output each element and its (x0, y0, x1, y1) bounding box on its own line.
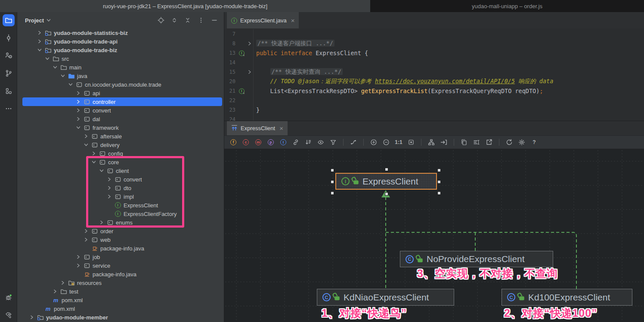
tree-row-aftersale[interactable]: aftersale (17, 132, 224, 141)
tree-row-yudao-module-member[interactable]: yudao-module-member (17, 313, 224, 322)
chevron-right-icon[interactable] (91, 150, 97, 156)
selection-handle[interactable] (331, 180, 334, 184)
activity-structure-icon[interactable] (3, 85, 15, 97)
tree-row-framework[interactable]: framework (17, 123, 224, 132)
options-icon[interactable] (198, 17, 204, 24)
tree-row-service[interactable]: service (17, 261, 224, 270)
toolbar-constructors[interactable]: c (242, 138, 250, 146)
toolbar-filter-icon[interactable] (329, 138, 337, 146)
chevron-right-icon[interactable] (75, 90, 81, 96)
toolbar-actual-size[interactable]: 1:1 (395, 138, 402, 146)
expand-all-icon[interactable] (171, 17, 178, 24)
selection-handle[interactable] (437, 169, 441, 172)
tree-row-convert[interactable]: convert (17, 175, 224, 184)
chevron-down-icon[interactable] (99, 168, 105, 174)
chevron-right-icon[interactable] (106, 185, 112, 191)
fold-marker-icon[interactable] (247, 70, 253, 74)
selection-handle[interactable] (437, 191, 441, 195)
tree-row-config[interactable]: config (17, 149, 224, 158)
chevron-right-icon[interactable] (75, 99, 81, 105)
locate-icon[interactable] (158, 17, 164, 24)
toolbar-fields[interactable]: f (229, 138, 237, 146)
chevron-right-icon[interactable] (83, 133, 89, 139)
activity-more-icon[interactable] (3, 103, 15, 115)
toolbar-settings-icon[interactable] (518, 138, 526, 146)
chevron-right-icon[interactable] (60, 280, 66, 286)
tab-expressclient-java[interactable]: I ExpressClient.java × (227, 12, 299, 28)
tree-row-impl[interactable]: impl (17, 192, 224, 201)
tree-row-dal[interactable]: dal (17, 115, 224, 123)
tree-row-core[interactable]: core (17, 158, 224, 166)
implemented-marker-icon[interactable]: I↓ (237, 88, 247, 95)
toolbar-refresh-icon[interactable] (505, 138, 513, 146)
chevron-right-icon[interactable] (83, 228, 89, 234)
tree-row-dto[interactable]: dto (17, 184, 224, 192)
tree-row-controller[interactable]: controller (17, 97, 224, 106)
tree-row-api[interactable]: api (17, 89, 224, 97)
toolbar-help[interactable]: ? (530, 138, 538, 146)
activity-branches-icon[interactable] (3, 67, 15, 79)
tree-row-resources[interactable]: resources (17, 278, 224, 287)
tree-row-pom-xml[interactable]: mpom.xml (17, 304, 224, 313)
tree-row-web[interactable]: web (17, 235, 224, 244)
tree-row-cn-iocoder-yudao-module-trade[interactable]: cn.iocoder.yudao.module.trade (17, 80, 224, 89)
toolbar-zoom-in-icon[interactable] (370, 138, 378, 146)
selection-handle[interactable] (331, 191, 334, 195)
tree-row-src[interactable]: src (17, 54, 224, 63)
diagram-node-noprovideexpressclient[interactable]: CNoProvideExpressClient (400, 251, 553, 267)
chevron-down-icon[interactable] (91, 159, 97, 165)
chevron-right-icon[interactable] (99, 219, 105, 225)
toolbar-sort-icon[interactable] (304, 138, 312, 146)
tree-row-convert[interactable]: convert (17, 106, 224, 115)
tree-row-yudao-module-statistics-biz[interactable]: yudao-module-statistics-biz (17, 28, 224, 37)
diagram-canvas[interactable]: IExpressClientCNoProvideExpressClientCKd… (224, 149, 644, 322)
chevron-right-icon[interactable] (52, 288, 58, 294)
close-icon[interactable]: × (279, 125, 283, 131)
tree-row-java[interactable]: java (17, 72, 224, 80)
toolbar-dependencies-icon[interactable] (292, 138, 300, 146)
chevron-right-icon[interactable] (75, 263, 81, 269)
toolbar-methods[interactable]: m (254, 138, 262, 146)
tree-row-job[interactable]: job (17, 253, 224, 261)
toolbar-show-paths-icon[interactable] (350, 138, 357, 146)
code-editor[interactable]: 78/** 快递客户端接口 ...*/13I↓public interface … (224, 28, 644, 121)
tree-row-expressclient[interactable]: IExpressClient (17, 201, 224, 209)
selection-handle[interactable] (331, 169, 334, 172)
collapse-all-icon[interactable] (184, 17, 191, 24)
window-title-background[interactable]: yudao-mall-uniapp – order.js (370, 0, 644, 12)
chevron-right-icon[interactable] (83, 237, 89, 243)
tab-diagram-expressclient[interactable]: ExpressClient × (227, 121, 288, 135)
toolbar-copy-diagram-icon[interactable] (460, 138, 468, 146)
tree-row-delivery[interactable]: delivery (17, 141, 224, 149)
tree-row-expressclientfactory[interactable]: IExpressClientFactory (17, 209, 224, 218)
activity-debug-icon[interactable] (3, 291, 15, 303)
chevron-down-icon[interactable] (83, 142, 89, 148)
toolbar-scope-icon[interactable] (473, 138, 480, 146)
toolbar-layout-hierarchy-icon[interactable] (427, 138, 435, 146)
selection-handle[interactable] (385, 168, 388, 171)
project-dropdown[interactable]: Project (25, 17, 51, 24)
diagram-node-kdniaoexpressclient[interactable]: CKdNiaoExpressClient (317, 289, 454, 306)
toolbar-zoom-out-icon[interactable] (382, 138, 390, 146)
tree-row-yudao-module-trade-api[interactable]: yudao-module-trade-api (17, 37, 224, 46)
toolbar-visibility-icon[interactable] (317, 138, 325, 146)
activity-project-icon[interactable] (3, 14, 15, 26)
chevron-down-icon[interactable] (60, 73, 66, 79)
activity-pull-requests-icon[interactable] (3, 50, 15, 62)
diagram-node-kd100expressclient[interactable]: CKd100ExpressClient (502, 289, 632, 306)
toolbar-fit-content-icon[interactable] (407, 138, 415, 146)
tree-row-package-info-java[interactable]: package-info.java (17, 244, 224, 253)
chevron-right-icon[interactable] (29, 314, 35, 320)
chevron-right-icon[interactable] (75, 254, 81, 260)
chevron-down-icon[interactable] (68, 81, 74, 88)
activity-commit-icon[interactable] (3, 32, 15, 44)
toolbar-properties[interactable]: p (267, 138, 275, 146)
hide-icon[interactable] (211, 17, 218, 24)
tree-row-order[interactable]: order (17, 227, 224, 235)
chevron-right-icon[interactable] (106, 176, 112, 182)
toolbar-export-icon[interactable] (485, 138, 493, 146)
fold-marker-icon[interactable] (247, 41, 253, 46)
selection-handle[interactable] (385, 192, 388, 196)
tree-row-test[interactable]: test (17, 287, 224, 296)
activity-build-icon[interactable] (3, 309, 15, 321)
